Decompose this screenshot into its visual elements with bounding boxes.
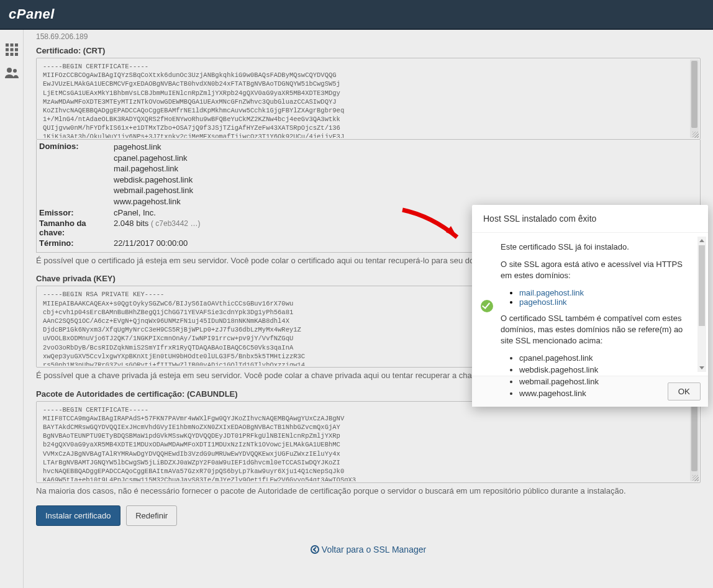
svg-rect-8 <box>15 53 18 56</box>
domain-item: cpanel.pagehost.link <box>114 153 193 164</box>
svg-rect-5 <box>15 48 18 52</box>
scrollbar[interactable] <box>690 60 699 138</box>
left-nav <box>0 30 24 588</box>
modal-link-list: mail.pagehost.link pagehost.link <box>501 288 693 307</box>
apps-grid-icon[interactable] <box>4 42 19 57</box>
ip-address: 158.69.206.189 <box>36 32 701 41</box>
issuer-label: Emissor: <box>39 208 114 217</box>
domain-item: pagehost.link <box>114 142 193 153</box>
reset-button[interactable]: Redefinir <box>126 505 177 526</box>
svg-point-9 <box>7 68 12 73</box>
svg-rect-1 <box>10 43 13 47</box>
resize-grip[interactable] <box>693 132 699 138</box>
domain-item: www.pagehost.link <box>114 196 193 207</box>
cabundle-help: Na maioria dos casos, não é necessário f… <box>36 486 701 497</box>
keysize-label: Tamanho da chave: <box>39 219 114 237</box>
domain-link[interactable]: pagehost.link <box>519 297 567 307</box>
svg-point-10 <box>13 69 17 73</box>
svg-rect-2 <box>15 43 18 47</box>
svg-rect-4 <box>10 48 13 52</box>
users-icon[interactable] <box>4 66 19 81</box>
modal-title: Host SSL instalado com êxito <box>472 205 708 233</box>
crt-label: Certificado: (CRT) <box>36 46 701 55</box>
domains-label: Domínios: <box>39 142 114 207</box>
modal-text: O certificado SSL também é compatível co… <box>501 313 693 347</box>
cabundle-textarea-wrap: -----BEGIN CERTIFICATE----- MIIF8TCCA9mg… <box>36 401 701 483</box>
domains-list: pagehost.link cpanel.pagehost.link mail.… <box>114 142 193 207</box>
scrollbar[interactable] <box>690 403 699 481</box>
brand-logo: cPanel <box>9 6 55 22</box>
domain-item: webdisk.pagehost.link <box>114 174 193 186</box>
svg-rect-6 <box>6 53 9 56</box>
resize-grip[interactable] <box>693 475 699 481</box>
back-to-ssl-manager-link[interactable]: Voltar para o SSL Manager <box>311 545 426 554</box>
button-row: Instalar certificado Redefinir <box>36 505 701 526</box>
keysize-value: 2.048 bits ( c7eb3442 …) <box>114 219 200 237</box>
backlink-row: Voltar para o SSL Manager <box>36 545 701 554</box>
modal-body: Este certificado SSL já foi instalado. O… <box>472 233 708 376</box>
modal-compat-list: cpanel.pagehost.link webdisk.pagehost.li… <box>501 353 693 399</box>
list-item: pagehost.link <box>519 297 693 307</box>
modal-scrollbar[interactable] <box>697 237 706 372</box>
svg-rect-0 <box>6 43 9 47</box>
cabundle-textarea[interactable]: -----BEGIN CERTIFICATE----- MIIF8TCCA9mg… <box>37 402 700 481</box>
crt-textarea-wrap: -----BEGIN CERTIFICATE----- MIIFOzCCBCOg… <box>36 58 701 140</box>
success-check-icon <box>481 300 493 312</box>
modal-text: Este certificado SSL já foi instalado. <box>501 242 693 253</box>
install-certificate-button[interactable]: Instalar certificado <box>36 505 120 526</box>
term-value: 22/11/2017 00:00:00 <box>114 238 188 248</box>
list-item: www.pagehost.link <box>519 388 693 400</box>
issuer-value: cPanel, Inc. <box>114 208 156 217</box>
crt-textarea[interactable]: -----BEGIN CERTIFICATE----- MIIFOzCCBCOg… <box>37 58 700 138</box>
svg-rect-7 <box>10 53 13 56</box>
domain-item: webmail.pagehost.link <box>114 185 193 196</box>
modal-text: O site SSL agora está ativo e acessível … <box>501 259 693 281</box>
back-arrow-icon <box>311 545 319 554</box>
domain-link[interactable]: mail.pagehost.link <box>519 288 584 297</box>
list-item: webmail.pagehost.link <box>519 376 693 388</box>
svg-rect-3 <box>6 48 9 52</box>
list-item: webdisk.pagehost.link <box>519 364 693 376</box>
top-bar: cPanel <box>0 0 713 30</box>
list-item: mail.pagehost.link <box>519 288 693 297</box>
term-label: Término: <box>39 238 114 248</box>
list-item: cpanel.pagehost.link <box>519 353 693 364</box>
ssl-success-modal: Host SSL instalado com êxito Este certif… <box>472 205 708 407</box>
domain-item: mail.pagehost.link <box>114 163 193 174</box>
